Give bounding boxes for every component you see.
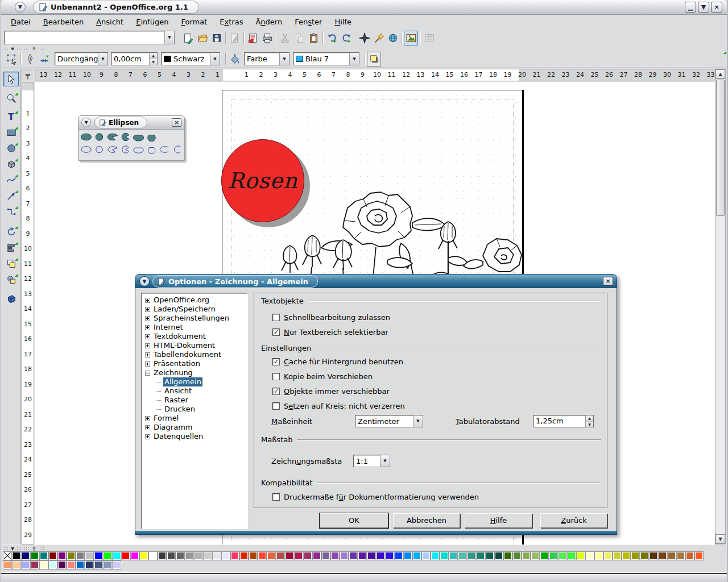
color-swatch-ccffff[interactable] [49,561,57,569]
checkbox-unchecked[interactable] [272,402,280,410]
color-swatch-33bbbb[interactable] [449,552,457,560]
vertical-ruler[interactable]: 1234567891011121314151617181920212223242… [22,82,34,544]
hyperlink-globe-icon[interactable] [386,31,400,45]
drawing-scale-combobox[interactable]: 1:1 ▼ [353,455,390,467]
color-swatch-ddff00[interactable] [577,552,585,560]
color-swatch-553300[interactable] [650,552,657,560]
tree-item-formel[interactable]: Formel [142,414,247,423]
close-button[interactable]: × [711,2,722,13]
vertical-scrollbar[interactable]: ▲ ▼ [715,69,726,544]
color-swatch-8e2a8e[interactable] [313,552,321,560]
tree-item-laden/speichern[interactable]: Laden/Speichern [142,305,247,314]
ok-button[interactable]: OK [320,513,388,528]
gallery-icon[interactable] [404,31,418,45]
ellipse-tool[interactable] [3,141,19,156]
checkbox-unchecked[interactable] [272,373,280,380]
color-swatch-ffcc99[interactable] [13,561,20,569]
menu-datei[interactable]: Datei [5,16,37,28]
horizontal-ruler[interactable]: 1312111098765432112345678910111213141516… [35,69,715,81]
color-swatch-666666[interactable] [176,552,184,560]
tree-item-präsentation[interactable]: Präsentation [142,359,247,368]
color-swatch-ffffcc[interactable] [586,552,594,560]
color-swatch-ff3366[interactable] [231,552,239,560]
circle-filled-tool[interactable] [93,131,106,143]
color-swatch-996633[interactable] [668,552,676,560]
color-swatch-aaccff[interactable] [422,552,430,560]
checkbox-no-distort-on-circle[interactable]: Setzen auf Kreis: nicht verzerren [272,401,405,410]
grip-handle[interactable] [16,547,22,551]
redo-icon[interactable] [339,31,353,45]
menu-einfügen[interactable]: Einfügen [130,16,175,28]
color-swatch-4a0e9e[interactable] [367,552,375,560]
color-swatch-b01857[interactable] [295,552,303,560]
color-swatch-9d7bd3[interactable] [340,552,348,560]
checkbox-text-area-only[interactable]: ✓Nur Textbereich selektierbar [272,327,388,336]
tree-item-openoffice.org[interactable]: OpenOffice.org [142,296,247,305]
select-tool[interactable] [3,72,19,86]
paste-icon[interactable] [307,31,321,45]
color-swatch-106050[interactable] [486,552,494,560]
pin-icon[interactable] [31,546,37,551]
expand-icon[interactable] [145,334,150,339]
expand-icon[interactable] [145,343,150,348]
color-swatch-1f8070[interactable] [477,552,485,560]
effects-tool[interactable] [3,272,19,287]
color-swatch-ff9966[interactable] [3,561,11,569]
color-swatch-55ee55[interactable] [559,552,566,560]
ellipse-pie-filled-tool[interactable] [106,131,119,143]
color-swatch-ffff99[interactable] [595,552,603,560]
color-swatch-777700[interactable] [640,552,648,560]
open-icon[interactable] [195,31,209,45]
color-swatch-7b629c[interactable] [322,552,330,560]
menu-fenster[interactable]: Fenster [288,16,328,28]
color-swatch-808080[interactable] [76,552,84,560]
color-swatch-0d4840[interactable] [495,552,503,560]
color-swatch-8f46b0[interactable] [331,552,339,560]
dialog-close-button[interactable]: × [603,277,613,286]
checkbox-objects-moveable[interactable]: ✓Objekte immer verschiebbar [272,386,390,396]
zoom-tool[interactable] [3,91,19,106]
maximize-button[interactable]: ▼ [698,2,709,13]
back-button[interactable]: Zurück [540,513,607,528]
curve-tool[interactable] [3,173,19,188]
ellipse-toolbar-close-button[interactable]: × [172,118,181,127]
scroll-up-button[interactable]: ▲ [715,69,725,79]
color-swatch-550055[interactable] [58,561,66,569]
color-swatch-33ff33[interactable] [568,552,576,560]
color-swatch-cccccc[interactable] [204,552,212,560]
tree-item-textdokument[interactable]: Textdokument [142,332,247,341]
line-pen-icon[interactable] [23,52,37,66]
cancel-button[interactable]: Abbrechen [393,513,460,528]
lines-arrows-tool[interactable] [3,189,19,203]
color-swatch-dc2300[interactable] [240,552,248,560]
collapse-icon[interactable] [145,371,150,376]
color-swatch-5c16a2[interactable] [358,552,366,560]
tree-item-html-dokument[interactable]: HTML-Dokument [142,341,247,350]
scrollbar-thumb[interactable] [716,80,725,216]
edit-file-icon[interactable] [228,31,242,45]
color-swatch-999900[interactable] [631,552,639,560]
color-swatch-ffff00[interactable] [140,552,148,560]
circle-outline-tool[interactable] [93,144,106,155]
color-swatch-88aa55[interactable] [522,552,530,560]
tree-item-tabellendokument[interactable]: Tabellendokument [142,350,247,359]
options-dialog[interactable]: ▼ Optionen - Zeichnung - Allgemein × Ope… [135,274,617,535]
line-color-dropdown[interactable]: ▼ [210,53,220,65]
arrow-ends-icon[interactable] [37,52,51,66]
navigator-icon[interactable] [357,31,371,45]
color-swatch-bbbb00[interactable] [622,552,630,560]
shadow-toggle-icon[interactable] [367,52,381,66]
menu-bearbeiten[interactable]: Bearbeiten [37,16,90,28]
line-style-dropdown[interactable]: ▼ [98,53,107,65]
color-swatch-b0504a[interactable] [276,552,284,560]
checkbox-unchecked[interactable] [272,493,280,501]
connector-tool[interactable] [3,205,19,219]
rectangle-tool[interactable] [3,125,19,140]
circle-arc-tool[interactable] [171,144,184,155]
ellipse-toolbar-menu-button[interactable]: ▼ [81,118,91,127]
color-swatch-8899bb[interactable] [104,561,111,569]
options-tree[interactable]: OpenOffice.orgLaden/SpeichernSpracheinst… [141,293,248,529]
datasource-icon[interactable] [422,31,436,45]
help-button[interactable]: Hilfe [465,513,532,528]
expand-icon[interactable] [145,307,150,312]
